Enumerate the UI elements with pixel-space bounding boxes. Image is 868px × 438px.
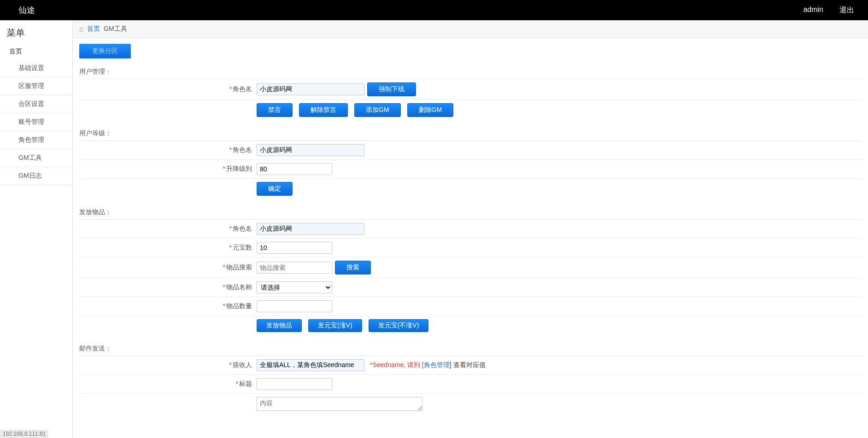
gold-input[interactable] <box>257 242 332 254</box>
section-user-mgmt: 用户管理： *角色名 强制下线 禁言 解除禁言 添加GM 删除GM <box>79 68 862 120</box>
add-gm-button[interactable]: 添加GM <box>354 103 401 117</box>
sidebar-item-gm-tools[interactable]: GM工具 <box>0 149 72 167</box>
sidebar-item-basic-settings[interactable]: 基础设置 <box>0 59 72 77</box>
breadcrumb: ◻ 首页 GM工具 <box>73 20 868 38</box>
sidebar-item-gm-log[interactable]: GM日志 <box>0 167 72 185</box>
item-search-input[interactable] <box>257 262 332 274</box>
confirm-level-button[interactable]: 确定 <box>257 182 293 196</box>
role-input-userlevel[interactable] <box>257 144 364 156</box>
level-input[interactable] <box>257 163 332 175</box>
role-input-usermgmt[interactable] <box>257 83 364 95</box>
label-item-count: 物品数量 <box>226 302 252 310</box>
search-button[interactable]: 搜索 <box>335 261 371 274</box>
topbar: 仙途 admin 退出 <box>0 0 868 20</box>
status-bar: 192.168.8.111:81 <box>0 430 48 438</box>
sidebar-title: 菜单 <box>0 20 72 44</box>
sidebar-item-zone-mgmt[interactable]: 区服管理 <box>0 77 72 95</box>
label-level-to: 升降级到 <box>226 165 252 172</box>
sidebar-home[interactable]: 首页 <box>0 44 72 59</box>
section-title-give-item: 发放物品： <box>79 208 862 220</box>
section-title-user-level: 用户等级： <box>79 129 862 141</box>
label-mail-title: 标题 <box>239 380 252 387</box>
app-title: 仙途 <box>18 5 35 16</box>
mail-content-textarea[interactable] <box>257 397 422 411</box>
give-gold-vip-button[interactable]: 发元宝(涨V) <box>308 319 362 332</box>
label-item-search: 物品搜索 <box>226 263 252 271</box>
mute-button[interactable]: 禁言 <box>257 103 293 117</box>
sidebar-item-account-mgmt[interactable]: 账号管理 <box>0 113 72 131</box>
sidebar-item-role-mgmt[interactable]: 角色管理 <box>0 131 72 149</box>
item-count-input[interactable] <box>257 300 332 312</box>
label-item-name: 物品名称 <box>226 283 252 291</box>
label-role-level: 角色名 <box>233 146 252 153</box>
breadcrumb-current: GM工具 <box>104 25 127 33</box>
hint-prefix: *Seedname, 请到 [ <box>370 361 424 368</box>
breadcrumb-home[interactable]: 首页 <box>87 25 100 33</box>
label-gold: 元宝数 <box>233 244 252 251</box>
switch-zone-button[interactable]: 更换分区 <box>79 44 131 58</box>
give-item-button[interactable]: 发放物品 <box>257 319 302 332</box>
user-link[interactable]: admin <box>803 6 823 15</box>
unmute-button[interactable]: 解除禁言 <box>299 103 348 117</box>
label-role-give: 角色名 <box>233 225 252 232</box>
logout-link[interactable]: 退出 <box>839 6 854 15</box>
item-name-select[interactable]: 请选择 <box>257 281 332 293</box>
recipient-input[interactable] <box>257 359 364 371</box>
main: ◻ 首页 GM工具 更换分区 用户管理： *角色名 强制下线 <box>73 20 868 438</box>
delete-gm-button[interactable]: 删除GM <box>407 103 454 117</box>
section-mail: 邮件发送： *接收人 *Seedname, 请到 [角色管理] 查看对应值 *标… <box>79 345 862 414</box>
label-role: 角色名 <box>233 85 252 93</box>
topbar-right: admin 退出 <box>803 6 854 15</box>
role-input-giveitem[interactable] <box>257 223 364 235</box>
hint-link[interactable]: 角色管理 <box>424 361 450 368</box>
breadcrumb-icon: ◻ <box>79 26 83 32</box>
section-title-user-mgmt: 用户管理： <box>79 68 862 79</box>
section-give-item: 发放物品： *角色名 *元宝数 *物品搜索 <box>79 208 862 335</box>
mail-title-input[interactable] <box>257 378 332 390</box>
sidebar: 菜单 首页 基础设置 区服管理 合区设置 账号管理 角色管理 GM工具 GM日志 <box>0 20 73 438</box>
hint-suffix: ] 查看对应值 <box>450 361 486 368</box>
give-gold-novip-button[interactable]: 发元宝(不涨V) <box>369 319 429 332</box>
section-user-level: 用户等级： *角色名 *升降级到 确定 <box>79 129 862 199</box>
section-title-mail: 邮件发送： <box>79 345 862 356</box>
sidebar-item-merge-settings[interactable]: 合区设置 <box>0 95 72 113</box>
force-offline-button[interactable]: 强制下线 <box>367 82 416 96</box>
label-recipient: 接收人 <box>233 361 252 368</box>
